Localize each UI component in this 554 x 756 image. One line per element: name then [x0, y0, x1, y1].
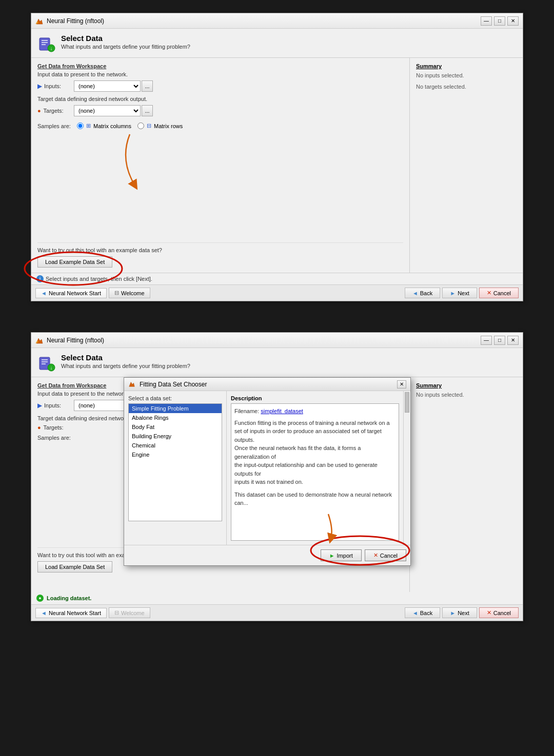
list-item-chemical[interactable]: Chemical — [129, 441, 222, 450]
fitting-data-chooser-dialog: Fitting Data Set Chooser ✕ Select a data… — [124, 377, 411, 566]
right-panel1: Summary No inputs selected. No targets s… — [410, 58, 523, 273]
panel-title1: Select Data — [61, 34, 190, 43]
matrix-cols-radio1[interactable] — [77, 122, 84, 129]
left-panel1: Get Data from Workspace Input data to pr… — [31, 58, 410, 273]
scrollbar[interactable] — [403, 391, 410, 545]
next-btn2[interactable]: ► Next — [442, 607, 477, 618]
dialog-close-btn[interactable]: ✕ — [397, 380, 406, 389]
inputs-browse-btn1[interactable]: ... — [142, 80, 153, 92]
list-item-simple-fitting[interactable]: Simple Fitting Problem — [129, 404, 222, 413]
targets-select1[interactable]: (none) — [74, 105, 141, 116]
panel-subtitle2: What inputs and targets define your fitt… — [61, 363, 190, 369]
dialog-cancel-btn[interactable]: ✕ Cancel — [365, 549, 406, 561]
dialog-footer: ► Import ✕ Cancel — [124, 545, 410, 565]
nn-start-icon1: ◄ — [41, 290, 47, 296]
dataset-list: Simple Fitting Problem Abalone Rings Bod… — [128, 403, 222, 521]
dialog-matlab-icon — [128, 380, 136, 389]
nav-right2: ◄ Back ► Next ✕ Cancel — [405, 607, 519, 618]
close-btn2[interactable]: ✕ — [507, 336, 519, 345]
targets-input-group1: (none) ... — [74, 105, 153, 116]
close-btn1[interactable]: ✕ — [507, 16, 519, 26]
matrix-rows-radio1[interactable] — [137, 122, 144, 129]
welcome-icon1: ⊟ — [114, 290, 119, 296]
window1-title: Neural Fitting (nftool) — [47, 17, 481, 25]
dialog-cancel-icon: ✕ — [373, 552, 378, 559]
list-item-engine[interactable]: Engine — [129, 450, 222, 459]
svg-text:↓: ↓ — [50, 46, 53, 51]
inputs-field-label2: ▶ Inputs: — [37, 402, 71, 409]
panel-header-text1: Select Data What inputs and targets defi… — [61, 34, 190, 50]
status-bar1: i Select inputs and targets, then click … — [31, 273, 523, 284]
minimize-btn2[interactable]: — — [481, 336, 492, 345]
desc-line7: This dataset can be used to demonstrate … — [234, 491, 395, 507]
svg-rect-3 — [42, 40, 48, 41]
welcome-tab2[interactable]: ⊟ Welcome — [109, 607, 150, 618]
load-btn-container1: Load Example Data Set — [37, 256, 112, 268]
scrollbar-thumb[interactable] — [405, 392, 409, 413]
svg-text:↓: ↓ — [50, 365, 53, 371]
load-example-btn1[interactable]: Load Example Data Set — [37, 256, 112, 268]
svg-rect-14 — [42, 361, 48, 362]
panel-header1: ↓ Select Data What inputs and targets de… — [31, 29, 523, 57]
window-gap — [31, 307, 523, 327]
window1: Neural Fitting (nftool) — □ ✕ ↓ Se — [31, 13, 523, 301]
list-item-building-energy[interactable]: Building Energy — [129, 432, 222, 441]
next-icon2: ► — [450, 610, 456, 616]
import-icon: ► — [329, 553, 335, 559]
welcome-tab1[interactable]: ⊟ Welcome — [109, 288, 150, 298]
svg-rect-13 — [42, 359, 48, 360]
panel-title2: Select Data — [61, 353, 190, 362]
targets-field-label1: ● Targets: — [37, 108, 71, 114]
desc-filename: Filename: simplefit_dataset — [234, 407, 395, 416]
back-btn1[interactable]: ◄ Back — [405, 288, 440, 298]
load-example-btn2[interactable]: Load Example Data Set — [37, 561, 112, 573]
no-inputs-text1: No inputs selected. — [416, 72, 517, 78]
select-dataset-label: Select a data set: — [128, 395, 222, 401]
cancel-btn2[interactable]: ✕ Cancel — [479, 607, 519, 618]
list-item-body-fat[interactable]: Body Fat — [129, 422, 222, 432]
right-panel2: Summary No inputs selected. — [410, 377, 523, 592]
status-info1: i Select inputs and targets, then click … — [36, 275, 518, 282]
maximize-btn1[interactable]: □ — [494, 16, 505, 26]
list-item-abalone-rings[interactable]: Abalone Rings — [129, 413, 222, 422]
inputs-field-label1: ▶ Inputs: — [37, 83, 71, 90]
summary-label2: Summary — [416, 382, 517, 389]
nav-bar2: ◄ Neural Network Start ⊟ Welcome ◄ Back … — [31, 604, 523, 621]
targets-field-label2: ● Targets: — [37, 424, 71, 431]
description-label: Description — [231, 395, 399, 401]
neural-network-start-tab2[interactable]: ◄ Neural Network Start — [35, 608, 107, 618]
back-btn2[interactable]: ◄ Back — [405, 607, 440, 618]
no-targets-text1: No targets selected. — [416, 84, 517, 90]
window2-title: Neural Fitting (nftool) — [47, 337, 481, 344]
desc-line4: the input-output relationship and can be… — [234, 461, 395, 478]
targets-browse-btn1[interactable]: ... — [142, 105, 153, 116]
get-data-label1: Get Data from Workspace — [37, 63, 403, 69]
next-icon1: ► — [450, 290, 456, 296]
cancel-btn1[interactable]: ✕ Cancel — [479, 288, 519, 298]
import-btn[interactable]: ► Import — [321, 549, 362, 561]
svg-rect-4 — [42, 42, 48, 43]
no-inputs-text2: No inputs selected. — [416, 392, 517, 398]
titlebar-controls1: — □ ✕ — [481, 16, 519, 26]
next-btn1[interactable]: ► Next — [442, 288, 477, 298]
dialog-body: Select a data set: Simple Fitting Proble… — [124, 391, 410, 545]
matrix-rows-label1: ⊟ Matrix rows — [137, 122, 183, 129]
loading-text: Loading dataset. — [47, 595, 91, 601]
targets-desc1: Target data defining desired network out… — [37, 96, 403, 102]
loading-bar: ● Loading dataset. — [31, 592, 523, 604]
summary-label1: Summary — [416, 63, 517, 69]
dialog-titlebar: Fitting Data Set Chooser ✕ — [124, 378, 410, 391]
matrix-cols-label1: ⊞ Matrix columns — [77, 122, 131, 129]
desc-line2: set of inputs in order to produce an ass… — [234, 427, 395, 444]
minimize-btn1[interactable]: — — [481, 16, 492, 26]
maximize-btn2[interactable]: □ — [494, 336, 505, 345]
neural-network-start-tab1[interactable]: ◄ Neural Network Start — [35, 288, 107, 298]
inputs-select1[interactable]: (none) — [74, 80, 141, 92]
svg-marker-18 — [129, 382, 135, 386]
arrow-area1 — [37, 129, 403, 242]
content-area2: Get Data from Workspace Input data to pr… — [31, 377, 523, 592]
desc-line1: Function fitting is the process of train… — [234, 419, 395, 427]
content-area1: Get Data from Workspace Input data to pr… — [31, 57, 523, 273]
filename-link[interactable]: simplefit_dataset — [261, 408, 303, 414]
svg-rect-15 — [42, 363, 46, 364]
